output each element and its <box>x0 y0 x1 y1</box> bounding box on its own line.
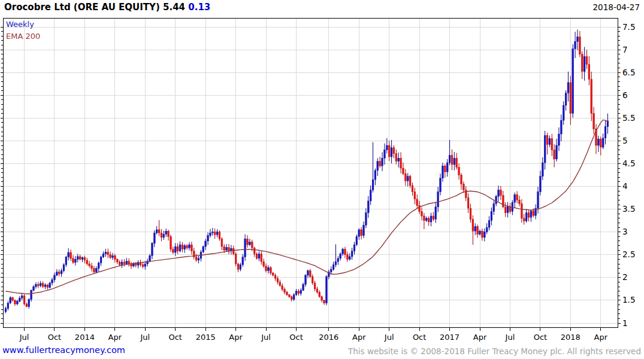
svg-text:2015: 2015 <box>196 333 216 342</box>
legend-timeframe-label: Weekly <box>6 20 34 29</box>
svg-text:Apr: Apr <box>108 333 122 342</box>
legend-ema-label: EMA 200 <box>6 32 40 41</box>
site-link[interactable]: www.fullertreacymoney.com <box>2 345 125 355</box>
svg-text:6: 6 <box>622 90 628 100</box>
price-chart: 11.522.533.544.555.566.577.5JulOct2014Ap… <box>0 0 644 344</box>
svg-text:2016: 2016 <box>319 333 338 342</box>
svg-text:3: 3 <box>622 227 628 236</box>
svg-text:3.5: 3.5 <box>622 204 635 214</box>
svg-text:1.5: 1.5 <box>622 295 635 305</box>
svg-text:Jul: Jul <box>261 333 271 342</box>
svg-text:Apr: Apr <box>352 333 366 342</box>
chart-page: Orocobre Ltd (ORE AU EQUITY) 5.44 0.13 2… <box>0 0 644 359</box>
svg-text:7.5: 7.5 <box>622 22 635 32</box>
svg-text:6.5: 6.5 <box>622 68 635 77</box>
svg-text:4: 4 <box>622 181 628 191</box>
svg-text:2.5: 2.5 <box>622 250 635 259</box>
svg-text:2: 2 <box>622 272 628 282</box>
svg-text:1: 1 <box>622 318 628 328</box>
svg-text:4.5: 4.5 <box>622 159 635 168</box>
svg-text:Oct: Oct <box>413 333 426 342</box>
svg-text:2018: 2018 <box>561 333 580 342</box>
svg-text:Oct: Oct <box>48 333 61 342</box>
svg-text:2014: 2014 <box>75 333 95 342</box>
svg-text:Jul: Jul <box>140 333 150 342</box>
svg-text:Oct: Oct <box>534 333 547 342</box>
svg-text:Apr: Apr <box>229 333 243 342</box>
svg-text:Jul: Jul <box>384 333 394 342</box>
svg-text:5: 5 <box>622 136 628 145</box>
svg-text:7: 7 <box>622 45 628 54</box>
svg-text:Jul: Jul <box>505 333 515 342</box>
svg-text:Oct: Oct <box>289 333 303 342</box>
svg-text:Apr: Apr <box>473 333 487 342</box>
copyright-text: This website is © 2008-2018 Fuller Treac… <box>348 346 641 356</box>
svg-text:Oct: Oct <box>168 333 182 342</box>
svg-text:Apr: Apr <box>594 333 608 342</box>
svg-text:Jul: Jul <box>19 333 29 342</box>
svg-text:5.5: 5.5 <box>622 113 635 123</box>
svg-text:2017: 2017 <box>440 333 459 342</box>
